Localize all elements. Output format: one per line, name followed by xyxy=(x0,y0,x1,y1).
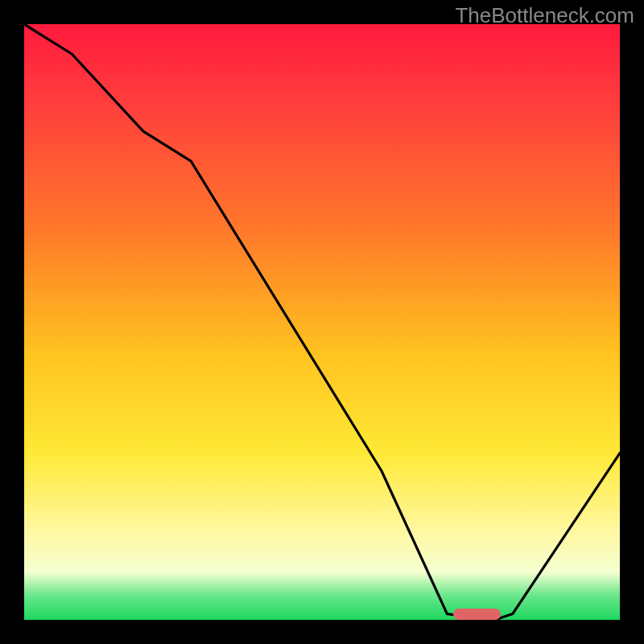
curve-path xyxy=(24,24,620,620)
bottleneck-curve xyxy=(24,24,620,620)
optimal-marker-pill xyxy=(453,609,501,620)
plot-area xyxy=(24,24,620,620)
watermark-text: TheBottleneck.com xyxy=(455,3,634,28)
